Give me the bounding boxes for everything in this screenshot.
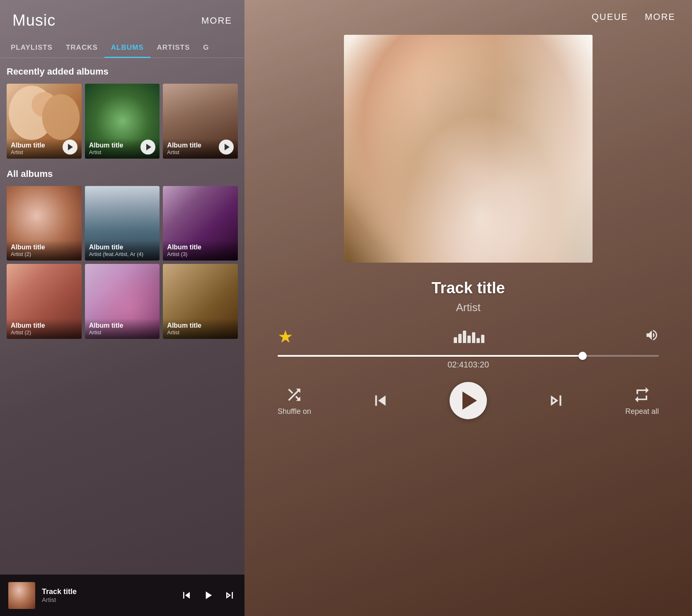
repeat-button[interactable]: Repeat all xyxy=(625,386,659,416)
album-5[interactable]: Album title Artist xyxy=(85,264,160,339)
now-playing-section: Track title Artist ★ xyxy=(244,31,692,616)
all-albums-section: All albums Album title Artist (2) Album … xyxy=(7,169,238,339)
mini-track-info: Track title Artist xyxy=(42,587,173,603)
shuffle-button[interactable]: Shuffle on xyxy=(278,386,311,416)
progress-fill xyxy=(278,355,583,357)
time-current: 02:41 xyxy=(448,360,468,370)
left-panel: Music MORE PLAYLISTS TRACKS ALBUMS ARTIS… xyxy=(0,0,244,616)
prev-button[interactable] xyxy=(370,390,391,411)
recently-added-label: Recently added albums xyxy=(7,66,238,77)
skip-next-icon xyxy=(223,589,236,602)
playback-controls: Shuffle on xyxy=(269,382,667,419)
album-3[interactable]: Album title Artist (3) xyxy=(163,186,238,261)
favorite-button[interactable]: ★ xyxy=(278,326,293,347)
track-artist: Artist xyxy=(456,301,480,314)
recent-album-3[interactable]: Album title Artist xyxy=(163,84,238,159)
shuffle-label: Shuffle on xyxy=(278,407,311,416)
time-total: 03:20 xyxy=(468,360,489,370)
volume-icon xyxy=(645,328,659,342)
tab-albums[interactable]: ALBUMS xyxy=(104,38,150,58)
mini-player: Track title Artist xyxy=(0,575,244,616)
recent-albums-grid: Album title Artist Album title Artist xyxy=(7,84,238,159)
repeat-icon xyxy=(633,386,651,404)
more-button-right[interactable]: MORE xyxy=(645,12,675,22)
album-1[interactable]: Album title Artist (2) xyxy=(7,186,82,261)
play-icon xyxy=(146,144,151,150)
all-albums-grid: Album title Artist (2) Album title Artis… xyxy=(7,186,238,339)
play-recent-1[interactable] xyxy=(63,140,77,155)
play-icon xyxy=(225,144,230,150)
tab-tracks[interactable]: TRACKS xyxy=(59,38,104,58)
time-labels: 02:41 03:20 xyxy=(439,360,497,370)
tab-playlists[interactable]: PLAYLISTS xyxy=(4,38,59,58)
equalizer-button[interactable] xyxy=(454,331,484,343)
recently-added-section: Recently added albums Album title Artist xyxy=(7,66,238,159)
track-title: Track title xyxy=(431,279,505,297)
queue-button[interactable]: QUEUE xyxy=(592,12,628,22)
volume-button[interactable] xyxy=(645,328,659,345)
mini-play-button[interactable] xyxy=(201,589,215,602)
progress-container[interactable] xyxy=(269,355,667,357)
album-2[interactable]: Album title Artist (feat.Artist, Ar (4) xyxy=(85,186,160,261)
app-title: Music xyxy=(12,12,56,29)
mini-track-title: Track title xyxy=(42,587,173,596)
shuffle-icon xyxy=(285,386,303,404)
all-albums-label: All albums xyxy=(7,169,238,179)
mini-next-button[interactable] xyxy=(223,589,236,602)
player-actions: ★ xyxy=(269,326,667,347)
play-icon xyxy=(68,144,73,150)
repeat-label: Repeat all xyxy=(625,407,659,416)
skip-prev-icon xyxy=(180,589,193,602)
tab-genre[interactable]: G xyxy=(196,38,215,58)
progress-bar[interactable] xyxy=(278,355,659,357)
mini-track-artist: Artist xyxy=(42,596,173,603)
recent-album-2[interactable]: Album title Artist xyxy=(85,84,160,159)
more-button-left[interactable]: MORE xyxy=(201,15,232,26)
album-4[interactable]: Album title Artist (2) xyxy=(7,264,82,339)
next-button[interactable] xyxy=(546,390,566,411)
mini-controls xyxy=(180,589,236,602)
tab-artists[interactable]: ARTISTS xyxy=(150,38,197,58)
next-icon xyxy=(546,390,566,411)
album-6[interactable]: Album title Artist xyxy=(163,264,238,339)
play-icon xyxy=(201,589,215,602)
album-art-large xyxy=(344,35,593,263)
mini-album-art xyxy=(8,582,35,609)
play-pause-button[interactable] xyxy=(450,382,487,419)
progress-thumb[interactable] xyxy=(578,352,587,360)
albums-content: Recently added albums Album title Artist xyxy=(0,58,244,575)
play-icon-large xyxy=(462,391,477,410)
right-header: QUEUE MORE xyxy=(244,0,692,31)
tabs-bar: PLAYLISTS TRACKS ALBUMS ARTISTS G xyxy=(0,38,244,58)
recent-album-1[interactable]: Album title Artist xyxy=(7,84,82,159)
play-recent-2[interactable] xyxy=(140,140,155,155)
prev-icon xyxy=(370,390,391,411)
play-recent-3[interactable] xyxy=(219,140,234,155)
mini-prev-button[interactable] xyxy=(180,589,193,602)
left-header: Music MORE xyxy=(0,0,244,38)
right-panel: QUEUE MORE Track title Artist ★ xyxy=(244,0,692,616)
